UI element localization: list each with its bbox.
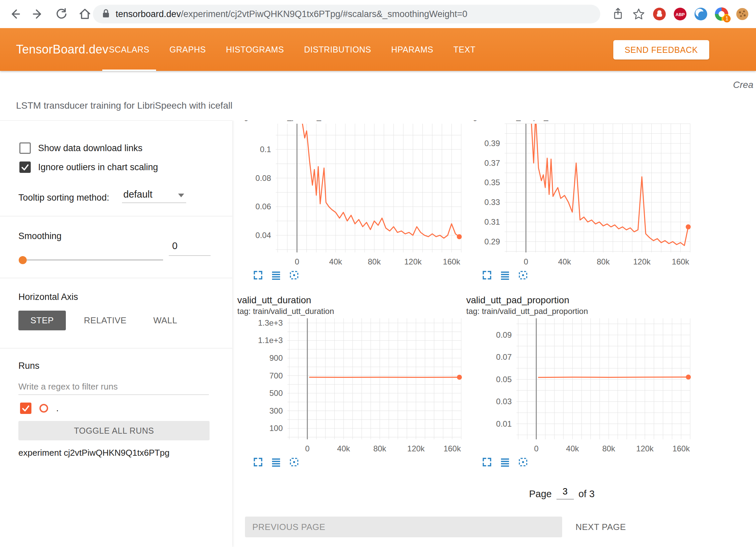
svg-text:0.39: 0.39 bbox=[484, 139, 500, 148]
url-path: /experiment/cj2vtPiwQHKN9Q1tx6PTpg/#scal… bbox=[181, 9, 467, 19]
run-color-indicator[interactable] bbox=[39, 404, 48, 413]
chart-actions bbox=[253, 270, 468, 281]
horizontal-axis-label: Horizontal Axis bbox=[18, 292, 78, 302]
svg-text:0.09: 0.09 bbox=[496, 330, 512, 339]
svg-text:0: 0 bbox=[534, 444, 538, 453]
expand-chart-icon[interactable] bbox=[253, 270, 263, 281]
axis-relative-button[interactable]: RELATIVE bbox=[75, 311, 135, 330]
bookmark-star-icon[interactable] bbox=[632, 7, 646, 21]
svg-text:80k: 80k bbox=[597, 257, 610, 266]
svg-text:0.06: 0.06 bbox=[255, 202, 271, 211]
svg-text:300: 300 bbox=[269, 406, 283, 415]
tooltip-sorting-value: default bbox=[122, 188, 186, 201]
charts-area: valid_pruned_loss tag: train/valid_prune… bbox=[232, 120, 756, 547]
page-number-input[interactable] bbox=[556, 486, 574, 500]
address-bar[interactable]: tensorboard.dev/experiment/cj2vtPiwQHKN9… bbox=[93, 5, 600, 23]
ignore-outliers-checkbox[interactable] bbox=[19, 161, 31, 173]
tab-text[interactable]: TEXT bbox=[444, 28, 486, 71]
cookie-extension-icon[interactable] bbox=[735, 7, 749, 21]
url-domain: tensorboard.dev bbox=[116, 9, 181, 19]
chart-tag: tag: train/valid_utt_pad_proportion bbox=[466, 306, 697, 316]
share-icon[interactable] bbox=[611, 7, 625, 21]
ignore-outliers-row: Ignore outliers in chart scaling bbox=[19, 161, 158, 173]
profile-avatar[interactable]: 1 bbox=[715, 7, 729, 21]
svg-text:120k: 120k bbox=[404, 257, 422, 266]
tab-histograms[interactable]: HISTOGRAMS bbox=[216, 28, 294, 71]
app-header: TensorBoard.dev SCALARS GRAPHS HISTOGRAM… bbox=[0, 28, 756, 71]
tab-graphs[interactable]: GRAPHS bbox=[159, 28, 216, 71]
fit-domain-icon[interactable] bbox=[518, 457, 528, 467]
tab-distributions[interactable]: DISTRIBUTIONS bbox=[294, 28, 381, 71]
send-feedback-button[interactable]: SEND FEEDBACK bbox=[613, 40, 709, 60]
toggle-all-runs-button[interactable]: TOGGLE ALL RUNS bbox=[18, 421, 210, 440]
home-icon[interactable] bbox=[78, 7, 92, 21]
view-data-icon[interactable] bbox=[271, 457, 281, 467]
svg-text:0.04: 0.04 bbox=[255, 231, 271, 240]
expand-chart-icon[interactable] bbox=[482, 457, 492, 467]
smoothing-value[interactable]: 0 bbox=[169, 240, 211, 256]
slider-thumb[interactable] bbox=[19, 256, 27, 264]
reload-icon[interactable] bbox=[55, 7, 68, 21]
settings-sidebar: Show data download links Ignore outliers… bbox=[0, 120, 232, 547]
runs-filter-input[interactable] bbox=[18, 379, 209, 395]
expand-chart-icon[interactable] bbox=[253, 457, 263, 467]
expand-chart-icon[interactable] bbox=[482, 270, 492, 281]
svg-text:0.33: 0.33 bbox=[484, 198, 500, 207]
chart-valid-utt-pad-proportion[interactable]: 0.010.030.050.070.09040k80k120k160k bbox=[466, 316, 695, 455]
show-download-links-label: Show data download links bbox=[38, 143, 142, 153]
run-row: . bbox=[20, 403, 59, 414]
chart-title: valid_utt_pad_proportion bbox=[466, 294, 697, 306]
tab-scalars[interactable]: SCALARS bbox=[99, 28, 159, 71]
experiment-id-label: experiment cj2vtPiwQHKN9Q1tx6PTpg bbox=[18, 448, 169, 458]
next-page-button[interactable]: NEXT PAGE bbox=[572, 517, 629, 537]
chart-tag: tag: train/valid_utt_duration bbox=[237, 306, 468, 316]
check-icon bbox=[21, 404, 30, 413]
svg-text:0.07: 0.07 bbox=[496, 352, 512, 361]
previous-page-button[interactable]: PREVIOUS PAGE bbox=[245, 517, 562, 537]
svg-text:ABP: ABP bbox=[675, 12, 685, 17]
lock-icon bbox=[101, 8, 111, 20]
svg-text:0.35: 0.35 bbox=[484, 178, 500, 187]
blue-extension-icon[interactable] bbox=[694, 7, 708, 21]
divider bbox=[0, 278, 232, 278]
smoothing-slider[interactable] bbox=[19, 256, 163, 264]
back-icon[interactable] bbox=[8, 7, 21, 21]
svg-text:40k: 40k bbox=[558, 257, 572, 266]
horizontal-axis-buttons: STEP RELATIVE WALL bbox=[18, 311, 186, 330]
svg-text:80k: 80k bbox=[368, 257, 381, 266]
show-download-links-checkbox[interactable] bbox=[19, 142, 31, 154]
svg-text:160k: 160k bbox=[672, 257, 689, 266]
fit-domain-icon[interactable] bbox=[289, 270, 299, 281]
svg-text:0.03: 0.03 bbox=[496, 397, 512, 406]
axis-wall-button[interactable]: WALL bbox=[145, 311, 186, 330]
check-icon bbox=[21, 163, 29, 172]
forward-icon[interactable] bbox=[31, 7, 45, 21]
divider bbox=[0, 348, 232, 348]
avatar-badge: 1 bbox=[723, 15, 731, 22]
tooltip-sorting-label: Tooltip sorting method: bbox=[18, 193, 109, 203]
svg-text:0.01: 0.01 bbox=[496, 419, 512, 428]
fit-domain-icon[interactable] bbox=[289, 457, 299, 467]
svg-text:40k: 40k bbox=[329, 257, 343, 266]
main-nav: SCALARS GRAPHS HISTOGRAMS DISTRIBUTIONS … bbox=[99, 28, 486, 71]
svg-text:0.08: 0.08 bbox=[255, 174, 271, 183]
view-data-icon[interactable] bbox=[500, 270, 510, 281]
adblock-extension-icon[interactable] bbox=[652, 7, 666, 21]
svg-text:0.29: 0.29 bbox=[484, 237, 500, 246]
run-checkbox[interactable] bbox=[20, 403, 31, 414]
tab-hparams[interactable]: HPARAMS bbox=[381, 28, 444, 71]
chevron-down-icon bbox=[178, 194, 184, 197]
chart-valid-pruned-loss[interactable]: 0.040.060.080.1040k80k120k160k bbox=[237, 122, 466, 268]
axis-step-button[interactable]: STEP bbox=[18, 311, 66, 330]
chart-valid-utt-duration[interactable]: 1003005007009001.1e+31.3e+3040k80k120k16… bbox=[237, 316, 466, 455]
svg-text:120k: 120k bbox=[633, 257, 651, 266]
pagination: Page of 3 bbox=[529, 486, 595, 500]
svg-text:120k: 120k bbox=[407, 444, 425, 453]
subheader-strip: Crea LSTM transducer training for LibriS… bbox=[0, 71, 756, 120]
view-data-icon[interactable] bbox=[271, 270, 281, 281]
fit-domain-icon[interactable] bbox=[518, 270, 528, 281]
abp-extension-icon[interactable]: ABP bbox=[673, 7, 687, 21]
view-data-icon[interactable] bbox=[500, 457, 510, 467]
chart-valid-simple-loss[interactable]: 0.290.310.330.350.370.39040k80k120k160k bbox=[466, 122, 695, 268]
tooltip-sorting-dropdown[interactable]: default bbox=[122, 188, 186, 203]
